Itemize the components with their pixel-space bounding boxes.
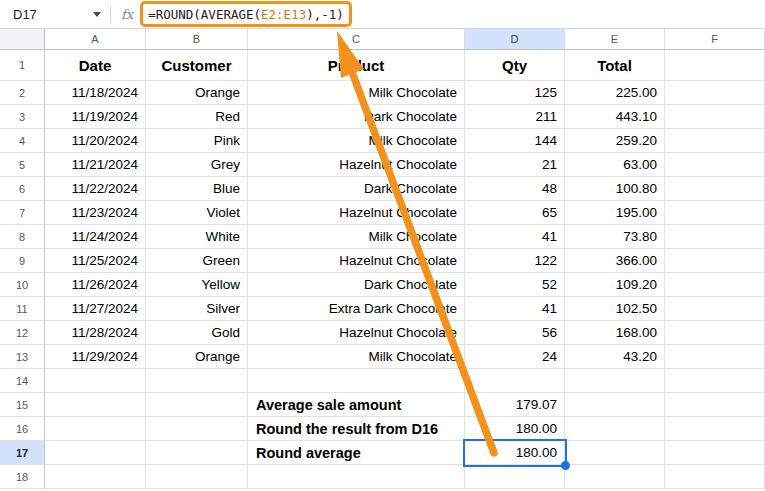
cell-A16[interactable] <box>45 417 146 441</box>
cell-C11[interactable]: Extra Dark Chocolate <box>248 297 465 321</box>
select-all-corner[interactable] <box>0 29 45 50</box>
row-header-2[interactable]: 2 <box>0 81 45 105</box>
cell-A11[interactable]: 11/27/2024 <box>45 297 146 321</box>
cell-A10[interactable]: 11/26/2024 <box>45 273 146 297</box>
cell-D18[interactable] <box>465 465 565 489</box>
cell-B2[interactable]: Orange <box>146 81 248 105</box>
cell-E18[interactable] <box>565 465 665 489</box>
cell-E8[interactable]: 73.80 <box>565 225 665 249</box>
cell-F1[interactable] <box>665 50 765 81</box>
cell-D3[interactable]: 211 <box>465 105 565 129</box>
cell-C10[interactable]: Dark Chocolate <box>248 273 465 297</box>
cell-E1[interactable]: Total <box>565 50 665 81</box>
row-header-14[interactable]: 14 <box>0 369 45 393</box>
cell-B10[interactable]: Yellow <box>146 273 248 297</box>
cell-F8[interactable] <box>665 225 765 249</box>
cell-F15[interactable] <box>665 393 765 417</box>
cell-A12[interactable]: 11/28/2024 <box>45 321 146 345</box>
cell-B1[interactable]: Customer <box>146 50 248 81</box>
cell-B14[interactable] <box>146 369 248 393</box>
cell-A14[interactable] <box>45 369 146 393</box>
cell-A7[interactable]: 11/23/2024 <box>45 201 146 225</box>
cell-B15[interactable] <box>146 393 248 417</box>
cell-D10[interactable]: 52 <box>465 273 565 297</box>
cell-B9[interactable]: Green <box>146 249 248 273</box>
cell-C12[interactable]: Hazelnut Chocolate <box>248 321 465 345</box>
cell-A4[interactable]: 11/20/2024 <box>45 129 146 153</box>
row-header-16[interactable]: 16 <box>0 417 45 441</box>
cell-A18[interactable] <box>45 465 146 489</box>
cell-F10[interactable] <box>665 273 765 297</box>
cell-D9[interactable]: 122 <box>465 249 565 273</box>
cell-E4[interactable]: 259.20 <box>565 129 665 153</box>
column-header-C[interactable]: C <box>248 29 465 50</box>
cell-A3[interactable]: 11/19/2024 <box>45 105 146 129</box>
cell-F11[interactable] <box>665 297 765 321</box>
cell-F3[interactable] <box>665 105 765 129</box>
column-header-B[interactable]: B <box>146 29 248 50</box>
cell-A8[interactable]: 11/24/2024 <box>45 225 146 249</box>
cell-E6[interactable]: 100.80 <box>565 177 665 201</box>
cell-B4[interactable]: Pink <box>146 129 248 153</box>
row-header-9[interactable]: 9 <box>0 249 45 273</box>
cell-E12[interactable]: 168.00 <box>565 321 665 345</box>
cell-D2[interactable]: 125 <box>465 81 565 105</box>
cell-A2[interactable]: 11/18/2024 <box>45 81 146 105</box>
cell-E5[interactable]: 63.00 <box>565 153 665 177</box>
cell-F7[interactable] <box>665 201 765 225</box>
cell-F4[interactable] <box>665 129 765 153</box>
row-header-13[interactable]: 13 <box>0 345 45 369</box>
cell-D16[interactable]: 180.00 <box>465 417 565 441</box>
column-header-D[interactable]: D <box>465 29 565 50</box>
row-header-11[interactable]: 11 <box>0 297 45 321</box>
cell-B7[interactable]: Violet <box>146 201 248 225</box>
cell-E3[interactable]: 443.10 <box>565 105 665 129</box>
cell-C1[interactable]: Product <box>248 50 465 81</box>
cell-B6[interactable]: Blue <box>146 177 248 201</box>
cell-C17[interactable]: Round average <box>248 441 465 465</box>
cell-D1[interactable]: Qty <box>465 50 565 81</box>
cell-B16[interactable] <box>146 417 248 441</box>
cell-B5[interactable]: Grey <box>146 153 248 177</box>
column-header-F[interactable]: F <box>665 29 765 50</box>
cell-C15[interactable]: Average sale amount <box>248 393 465 417</box>
cell-E10[interactable]: 109.20 <box>565 273 665 297</box>
cell-D15[interactable]: 179.07 <box>465 393 565 417</box>
cell-C8[interactable]: Milk Chocolate <box>248 225 465 249</box>
row-header-18[interactable]: 18 <box>0 465 45 489</box>
row-header-8[interactable]: 8 <box>0 225 45 249</box>
cell-A5[interactable]: 11/21/2024 <box>45 153 146 177</box>
cell-A9[interactable]: 11/25/2024 <box>45 249 146 273</box>
cell-F9[interactable] <box>665 249 765 273</box>
row-header-7[interactable]: 7 <box>0 201 45 225</box>
row-header-4[interactable]: 4 <box>0 129 45 153</box>
cell-C7[interactable]: Hazelnut Chocolate <box>248 201 465 225</box>
cell-B17[interactable] <box>146 441 248 465</box>
cell-E11[interactable]: 102.50 <box>565 297 665 321</box>
cell-C14[interactable] <box>248 369 465 393</box>
row-header-12[interactable]: 12 <box>0 321 45 345</box>
cell-C16[interactable]: Round the result from D16 <box>248 417 465 441</box>
cell-B13[interactable]: Orange <box>146 345 248 369</box>
cell-C13[interactable]: Milk Chocolate <box>248 345 465 369</box>
cell-D14[interactable] <box>465 369 565 393</box>
cell-B11[interactable]: Silver <box>146 297 248 321</box>
cell-A13[interactable]: 11/29/2024 <box>45 345 146 369</box>
row-header-5[interactable]: 5 <box>0 153 45 177</box>
cell-F16[interactable] <box>665 417 765 441</box>
cell-E7[interactable]: 195.00 <box>565 201 665 225</box>
cell-F12[interactable] <box>665 321 765 345</box>
row-header-6[interactable]: 6 <box>0 177 45 201</box>
cell-E2[interactable]: 225.00 <box>565 81 665 105</box>
cell-C4[interactable]: Milk Chocolate <box>248 129 465 153</box>
formula-input[interactable]: =ROUND(AVERAGE(E2:E13),-1) <box>140 1 352 27</box>
cell-E9[interactable]: 366.00 <box>565 249 665 273</box>
cell-B8[interactable]: White <box>146 225 248 249</box>
cell-C6[interactable]: Dark Chocolate <box>248 177 465 201</box>
cell-B12[interactable]: Gold <box>146 321 248 345</box>
row-header-17[interactable]: 17 <box>0 441 45 465</box>
cell-D13[interactable]: 24 <box>465 345 565 369</box>
cell-F18[interactable] <box>665 465 765 489</box>
cell-E15[interactable] <box>565 393 665 417</box>
column-header-E[interactable]: E <box>565 29 665 50</box>
